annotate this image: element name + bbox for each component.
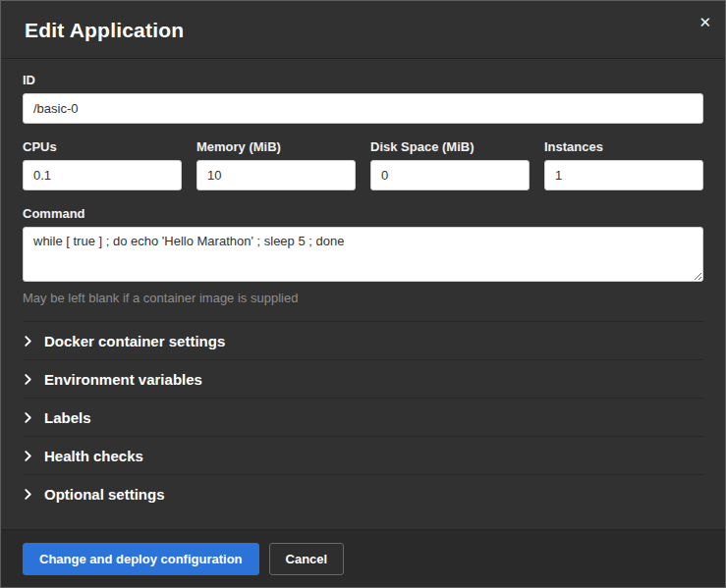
instances-input[interactable] (544, 160, 703, 190)
command-help-text: May be left blank if a container image i… (23, 291, 703, 305)
id-field-group: ID (23, 73, 703, 124)
command-field-group: Command while [ true ] ; do echo 'Hello … (23, 206, 703, 305)
modal-footer: Change and deploy configuration Cancel (1, 529, 725, 587)
instances-field-group: Instances (544, 139, 703, 190)
section-label: Optional settings (44, 486, 165, 503)
chevron-right-icon (23, 489, 38, 500)
cancel-button[interactable]: Cancel (269, 543, 345, 575)
id-label: ID (23, 73, 703, 87)
section-labels[interactable]: Labels (23, 398, 703, 436)
chevron-right-icon (23, 336, 38, 347)
disk-label: Disk Space (MiB) (370, 139, 530, 154)
modal-title: Edit Application (25, 19, 701, 42)
memory-field-group: Memory (MiB) (196, 139, 356, 190)
disk-field-group: Disk Space (MiB) (370, 139, 530, 190)
chevron-right-icon (23, 412, 38, 423)
section-label: Health checks (44, 448, 143, 464)
disk-input[interactable] (370, 160, 530, 190)
change-and-deploy-button[interactable]: Change and deploy configuration (23, 543, 259, 575)
section-health-checks[interactable]: Health checks (23, 436, 703, 474)
section-docker-container-settings[interactable]: Docker container settings (23, 321, 703, 359)
chevron-right-icon (23, 374, 38, 385)
modal-header: Edit Application ✕ (1, 1, 725, 59)
cpus-input[interactable] (23, 160, 182, 190)
memory-input[interactable] (196, 160, 356, 190)
section-optional-settings[interactable]: Optional settings (23, 474, 703, 512)
cpus-field-group: CPUs (23, 139, 182, 190)
section-environment-variables[interactable]: Environment variables (23, 359, 703, 398)
id-input[interactable] (23, 93, 703, 124)
instances-label: Instances (544, 139, 703, 154)
command-label: Command (23, 206, 703, 221)
command-textarea[interactable]: while [ true ] ; do echo 'Hello Marathon… (23, 227, 703, 282)
cpus-label: CPUs (23, 139, 182, 154)
accordion-sections: Docker container settings Environment va… (23, 321, 703, 512)
memory-label: Memory (MiB) (196, 139, 356, 154)
section-label: Docker container settings (44, 333, 225, 349)
close-icon[interactable]: ✕ (698, 15, 711, 29)
section-label: Labels (44, 409, 91, 426)
section-label: Environment variables (44, 371, 202, 388)
resource-fields-row: CPUs Memory (MiB) Disk Space (MiB) Insta… (23, 139, 703, 190)
edit-application-modal: Edit Application ✕ ID CPUs Memory (MiB) … (0, 0, 726, 588)
chevron-right-icon (23, 451, 38, 461)
modal-body: ID CPUs Memory (MiB) Disk Space (MiB) In… (1, 59, 725, 529)
